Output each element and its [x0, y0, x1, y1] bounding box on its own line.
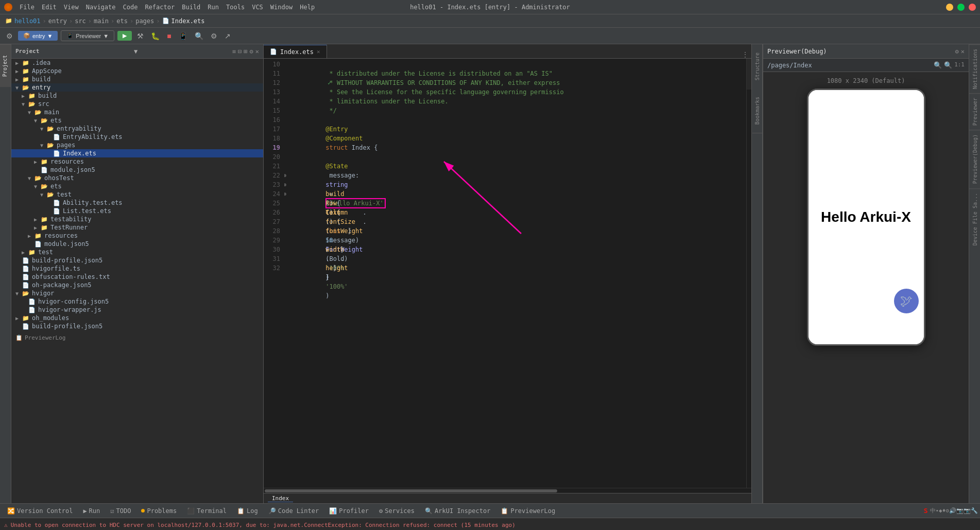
- tree-item-module-json5[interactable]: 📄 module.json5: [11, 166, 263, 174]
- tree-item-entryability[interactable]: ▼ 📂 entryability: [11, 125, 263, 133]
- menu-edit[interactable]: Edit: [39, 3, 60, 12]
- tree-item-build-profile2[interactable]: 📄 build-profile.json5: [11, 322, 263, 330]
- tree-item-test2[interactable]: ▶ 📁 test: [11, 248, 263, 256]
- tree-item-hvigor[interactable]: ▼ 📂 hvigor: [11, 289, 263, 297]
- breadcrumb-item-entry[interactable]: entry: [48, 17, 67, 25]
- breadcrumb-item-index[interactable]: Index.ets: [171, 17, 205, 25]
- entry-selector[interactable]: 📦 entry ▼: [18, 31, 58, 41]
- settings-icon[interactable]: ⚙: [4, 31, 15, 41]
- menu-run[interactable]: Run: [204, 3, 222, 12]
- menu-refactor[interactable]: Refactor: [142, 3, 178, 12]
- menu-navigate[interactable]: Navigate: [83, 3, 119, 12]
- editor-bottom-tab-index[interactable]: Index: [268, 495, 293, 502]
- code-area[interactable]: * distributed under the License is distr…: [284, 59, 746, 488]
- menu-build[interactable]: Build: [179, 3, 203, 12]
- menu-file[interactable]: File: [16, 3, 38, 12]
- tree-item-oh-package[interactable]: 📄 oh-package.json5: [11, 281, 263, 289]
- device-file-tab[interactable]: Device File Sa...: [969, 188, 980, 250]
- menu-window[interactable]: Window: [267, 3, 296, 12]
- tree-item-ets-test[interactable]: ▼ 📂 ets: [11, 182, 263, 190]
- notifications-tab[interactable]: Notifications: [969, 44, 980, 93]
- zoom-in-icon[interactable]: 🔍: [944, 61, 952, 69]
- tab-profiler[interactable]: 📊 Profiler: [324, 505, 374, 517]
- tab-version-control[interactable]: 🔀 Version Control: [2, 505, 78, 517]
- project-dropdown-icon[interactable]: ▼: [134, 48, 137, 55]
- stop-icon[interactable]: ■: [165, 31, 173, 41]
- tree-item-resources[interactable]: ▶ 📁 resources: [11, 157, 263, 166]
- tree-item-module2[interactable]: 📄 module.json5: [11, 240, 263, 248]
- tree-item-src[interactable]: ▼ 📂 src: [11, 100, 263, 108]
- tab-terminal[interactable]: ⬛ Terminal: [182, 505, 232, 517]
- tree-item-main[interactable]: ▼ 📂 main: [11, 108, 263, 116]
- previewer-selector[interactable]: 📱 Previewer ▼: [61, 30, 114, 41]
- menu-view[interactable]: View: [61, 3, 82, 12]
- tree-item-entryability-file[interactable]: 📄 EntryAbility.ets: [11, 133, 263, 141]
- editor-tab-more[interactable]: ⋮: [739, 51, 751, 58]
- tree-close-icon[interactable]: ✕: [255, 48, 259, 55]
- tree-item-list-test[interactable]: 📄 List.test.ets: [11, 207, 263, 215]
- tree-settings-icon[interactable]: ⚙: [250, 48, 253, 55]
- tree-item-build-entry[interactable]: ▶ 📁 build: [11, 92, 263, 100]
- zoom-out-icon[interactable]: 🔍: [934, 61, 942, 69]
- tree-icon-3[interactable]: ⊞: [244, 48, 247, 55]
- breadcrumb-item-hello01[interactable]: hello01: [14, 17, 41, 25]
- bookmarks-tab[interactable]: Bookmarks: [752, 89, 762, 133]
- scrollbar-thumb[interactable]: [265, 489, 557, 492]
- tree-item-testability[interactable]: ▶ 📁 testability: [11, 215, 263, 223]
- tab-todo[interactable]: ☑ TODO: [105, 505, 136, 517]
- menu-bar[interactable]: File Edit View Navigate Code Refactor Bu…: [16, 3, 318, 12]
- horizontal-scrollbar[interactable]: [264, 488, 751, 493]
- tree-item-obfuscation[interactable]: 📄 obfuscation-rules.txt: [11, 273, 263, 281]
- tree-icon-1[interactable]: ≡: [232, 48, 236, 55]
- tab-run[interactable]: ▶ Run: [78, 505, 105, 517]
- tree-item-testrunner[interactable]: ▶ 📁 TestRunner: [11, 223, 263, 232]
- tree-item-build[interactable]: ▶ 📁 build: [11, 75, 263, 83]
- settings2-icon[interactable]: ⚙: [209, 31, 219, 41]
- previewer-log-label[interactable]: PreviewerLog: [25, 334, 65, 341]
- tree-item-hvigorfile[interactable]: 📄 hvigorfile.ts: [11, 264, 263, 273]
- zoom-reset-icon[interactable]: 1:1: [954, 61, 965, 69]
- minimize-button[interactable]: [946, 4, 953, 11]
- tree-item-index-ets[interactable]: 📄 Index.ets: [11, 149, 263, 157]
- tree-item-resources2[interactable]: ▶ 📁 resources: [11, 232, 263, 240]
- search-toolbar-icon[interactable]: 🔍: [193, 31, 205, 41]
- previewer-close-icon[interactable]: ✕: [961, 48, 965, 55]
- share-icon[interactable]: ↗: [222, 31, 233, 41]
- structure-tab[interactable]: Structure: [752, 44, 762, 89]
- previewer-debug-tab[interactable]: Previewer(Debug): [969, 130, 980, 188]
- tab-log[interactable]: 📋 Log: [232, 505, 263, 517]
- minimap-thumb[interactable]: [747, 59, 751, 90]
- tree-icon-2[interactable]: ⊟: [238, 48, 242, 55]
- tree-item-appscope[interactable]: ▶ 📁 AppScope: [11, 67, 263, 75]
- previewer-settings-icon[interactable]: ⚙: [955, 48, 959, 55]
- breadcrumb-item-src[interactable]: src: [75, 17, 86, 25]
- tab-services[interactable]: ⚙ Services: [374, 505, 420, 517]
- close-button[interactable]: [969, 4, 976, 11]
- tab-previewer-log[interactable]: 📋 PreviewerLog: [495, 505, 560, 517]
- tab-code-linter[interactable]: 🔎 Code Linter: [263, 505, 324, 517]
- tab-index-ets[interactable]: 📄 Index.ets ✕: [264, 45, 327, 58]
- tree-item-test[interactable]: ▼ 📂 test: [11, 190, 263, 199]
- tree-item-hvigor-wrapper[interactable]: 📄 hvigor-wrapper.js: [11, 306, 263, 314]
- menu-help[interactable]: Help: [297, 3, 318, 12]
- debug-icon[interactable]: 🐛: [149, 31, 162, 41]
- tree-item-ability-test[interactable]: 📄 Ability.test.ets: [11, 199, 263, 207]
- tree-item-pages[interactable]: ▼ 📂 pages: [11, 141, 263, 149]
- tree-item-ets[interactable]: ▼ 📂 ets: [11, 116, 263, 125]
- maximize-button[interactable]: [957, 4, 965, 11]
- tree-item-ohostest[interactable]: ▼ 📂 ohosTest: [11, 174, 263, 182]
- device-icon[interactable]: 📱: [177, 31, 190, 41]
- build-icon[interactable]: ⚒: [135, 31, 146, 41]
- tree-item-idea[interactable]: ▶ 📁 .idea: [11, 59, 263, 67]
- breadcrumb-item-ets[interactable]: ets: [116, 17, 128, 25]
- menu-code[interactable]: Code: [120, 3, 141, 12]
- menu-vcs[interactable]: VCS: [249, 3, 266, 12]
- breadcrumb-item-main[interactable]: main: [94, 17, 109, 25]
- tab-arkui-inspector[interactable]: 🔍 ArkUI Inspector: [420, 505, 495, 517]
- menu-tools[interactable]: Tools: [223, 3, 248, 12]
- tree-item-entry[interactable]: ▼ 📂 entry: [11, 83, 263, 92]
- breadcrumb-item-pages[interactable]: pages: [135, 17, 154, 25]
- run-button[interactable]: ▶: [117, 31, 132, 41]
- project-tab[interactable]: Project: [0, 44, 11, 87]
- tree-item-oh-modules[interactable]: ▶ 📁 oh_modules: [11, 314, 263, 322]
